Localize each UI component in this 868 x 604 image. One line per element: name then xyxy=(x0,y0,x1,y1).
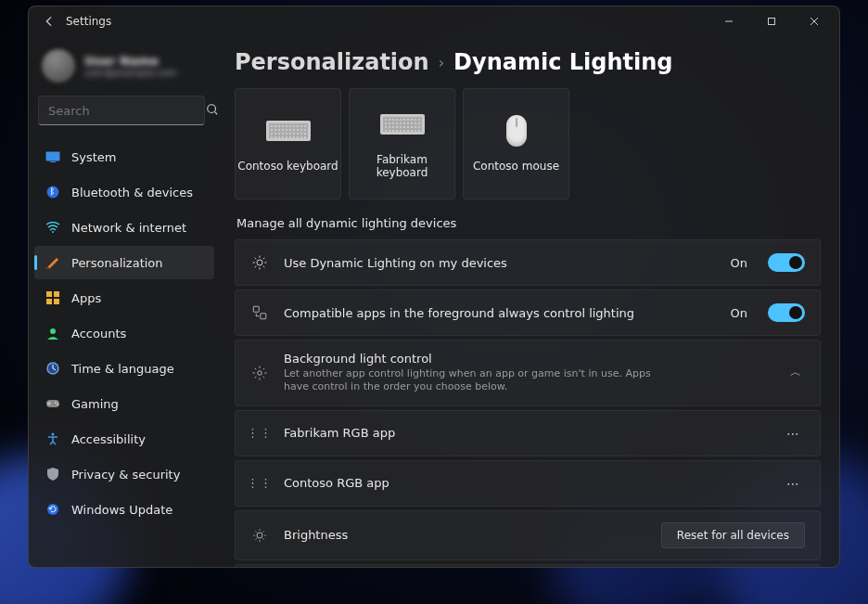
nav-label: Apps xyxy=(71,291,101,305)
system-icon xyxy=(45,149,60,164)
sidebar: User Name user@example.com SystemBluetoo… xyxy=(29,36,223,567)
bluetooth-icon xyxy=(45,185,60,199)
lighting-icon xyxy=(250,253,269,272)
nav-item-network-internet[interactable]: Network & internet xyxy=(34,211,214,244)
device-card-contoso-mouse[interactable]: Contoso mouse xyxy=(463,88,569,199)
more-icon[interactable]: ⋯ xyxy=(783,426,805,441)
device-card-fabrikam-keyboard[interactable]: Fabrikam keyboard xyxy=(349,88,455,199)
grip-icon[interactable]: ⋮⋮ xyxy=(250,474,269,493)
svg-rect-7 xyxy=(46,291,52,297)
app-name: Contoso RGB app xyxy=(284,476,768,490)
svg-point-22 xyxy=(257,533,262,538)
nav-label: System xyxy=(71,150,116,164)
nav-item-apps[interactable]: Apps xyxy=(34,281,214,315)
nav-label: Accounts xyxy=(71,327,126,341)
nav-label: Network & internet xyxy=(71,221,186,235)
nav-label: Privacy & security xyxy=(71,468,180,482)
nav-item-accessibility[interactable]: Accessibility xyxy=(34,422,214,456)
bg-app-row: ⋮⋮Fabrikam RGB app⋯ xyxy=(235,410,821,456)
keyboard-icon xyxy=(380,114,425,135)
app-name: Fabrikam RGB app xyxy=(284,426,768,440)
nav-item-windows-update[interactable]: Windows Update xyxy=(34,493,214,526)
nav-list: SystemBluetooth & devicesNetwork & inter… xyxy=(29,140,214,526)
svg-rect-9 xyxy=(46,299,52,304)
app-title: Settings xyxy=(66,15,111,28)
use-dynamic-toggle[interactable] xyxy=(768,253,805,272)
svg-point-17 xyxy=(47,504,58,515)
update-icon xyxy=(45,502,60,517)
svg-point-16 xyxy=(52,433,55,436)
svg-rect-2 xyxy=(46,152,60,161)
accessibility-icon xyxy=(45,431,60,446)
svg-point-1 xyxy=(208,104,216,112)
compatible-apps-toggle[interactable] xyxy=(768,303,805,322)
privacy-icon xyxy=(45,467,60,482)
account-name: User Name xyxy=(84,54,176,68)
svg-point-5 xyxy=(52,231,54,233)
svg-rect-6 xyxy=(45,267,49,269)
svg-point-14 xyxy=(55,402,57,404)
brightness-card: Brightness Reset for all devices xyxy=(235,510,821,560)
chevron-up-icon[interactable]: ︿ xyxy=(786,361,805,384)
use-dynamic-lighting-card: Use Dynamic Lighting on my devices On xyxy=(235,239,821,286)
breadcrumb-parent[interactable]: Personalization xyxy=(235,49,429,75)
minimize-button[interactable] xyxy=(708,6,750,36)
background-light-control-card: Background light control Let another app… xyxy=(235,340,821,406)
breadcrumb: Personalization › Dynamic Lighting xyxy=(235,49,821,75)
svg-point-21 xyxy=(258,371,262,376)
device-label: Contoso mouse xyxy=(473,160,559,173)
nav-item-time-language[interactable]: Time & language xyxy=(34,352,214,385)
nav-item-personalization[interactable]: Personalization xyxy=(34,246,214,279)
network-icon xyxy=(45,220,60,235)
gear-icon xyxy=(250,364,269,382)
gaming-icon xyxy=(45,396,60,411)
nav-item-gaming[interactable]: Gaming xyxy=(34,387,214,420)
maximize-button[interactable] xyxy=(750,6,793,36)
svg-point-18 xyxy=(257,260,262,265)
search-box[interactable] xyxy=(38,96,205,125)
grip-icon[interactable]: ⋮⋮ xyxy=(250,424,269,443)
svg-rect-19 xyxy=(253,306,259,312)
keyboard-icon xyxy=(266,121,311,141)
brightness-reset-button[interactable]: Reset for all devices xyxy=(661,522,805,548)
row-title: Compatible apps in the foreground always… xyxy=(284,306,716,320)
more-icon[interactable]: ⋯ xyxy=(783,476,805,491)
nav-item-privacy-security[interactable]: Privacy & security xyxy=(34,457,214,491)
device-label: Contoso keyboard xyxy=(237,160,338,173)
titlebar: Settings xyxy=(29,6,839,36)
svg-point-11 xyxy=(50,328,56,334)
search-icon xyxy=(206,103,219,119)
toggle-state: On xyxy=(731,306,747,320)
accounts-icon xyxy=(45,326,60,341)
svg-rect-20 xyxy=(261,314,266,319)
svg-rect-0 xyxy=(769,19,775,25)
nav-label: Personalization xyxy=(71,256,163,270)
back-button[interactable] xyxy=(32,15,66,28)
device-card-contoso-keyboard[interactable]: Contoso keyboard xyxy=(235,88,341,199)
time-language-icon xyxy=(45,361,60,376)
bg-app-row: ⋮⋮Contoso RGB app⋯ xyxy=(235,460,821,507)
row-subtitle: Let another app control lighting when an… xyxy=(284,367,655,394)
apps-icon xyxy=(45,290,60,305)
nav-item-bluetooth-devices[interactable]: Bluetooth & devices xyxy=(34,175,214,209)
nav-item-accounts[interactable]: Accounts xyxy=(34,316,214,350)
chevron-right-icon: › xyxy=(439,54,444,71)
row-title: Use Dynamic Lighting on my devices xyxy=(284,256,716,270)
section-header: Manage all dynamic lighting devices xyxy=(236,216,821,230)
device-label: Fabrikam keyboard xyxy=(350,153,454,179)
apps-lighting-icon xyxy=(250,303,269,322)
personalization-icon xyxy=(45,255,60,270)
search-input[interactable] xyxy=(48,104,206,118)
main-content: Personalization › Dynamic Lighting Conto… xyxy=(223,36,839,567)
close-button[interactable] xyxy=(793,6,836,36)
nav-label: Windows Update xyxy=(71,503,172,517)
account-email: user@example.com xyxy=(84,68,176,78)
mouse-icon xyxy=(506,115,527,147)
svg-rect-10 xyxy=(54,299,59,304)
svg-point-15 xyxy=(57,404,58,405)
row-title: Background light control xyxy=(284,352,772,366)
nav-item-system[interactable]: System xyxy=(34,140,214,173)
device-row: Contoso keyboardFabrikam keyboardContoso… xyxy=(235,88,821,199)
nav-label: Gaming xyxy=(71,397,119,411)
account-header[interactable]: User Name user@example.com xyxy=(29,36,214,96)
